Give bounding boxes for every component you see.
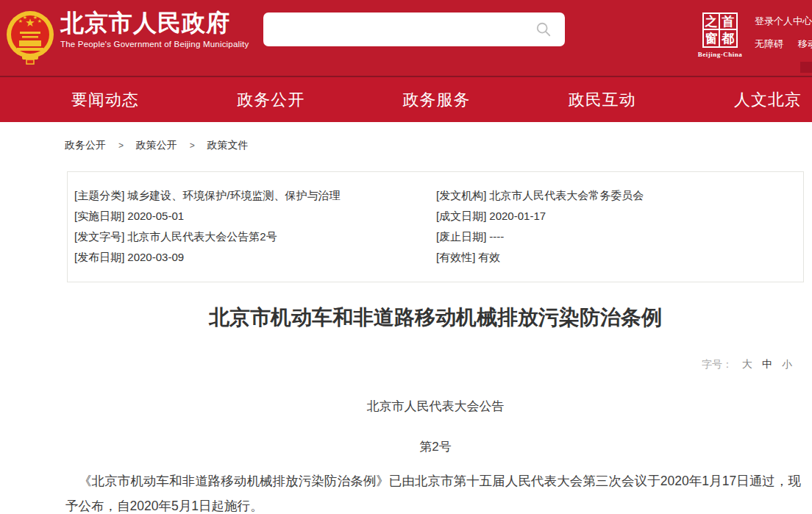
capital-window-char: 首 bbox=[720, 14, 736, 30]
meta-row-publish-date: [发布日期]2020-03-09 bbox=[74, 247, 436, 268]
main-nav-inner: 要闻动态 政务公开 政务服务 政民互动 人文北京 bbox=[71, 89, 802, 111]
nav-item-culture[interactable]: 人文北京 bbox=[734, 89, 802, 111]
announcement-title: 北京市人民代表大会公告 bbox=[67, 399, 804, 414]
meta-column-left: [主题分类]城乡建设、环境保护/环境监测、保护与治理 [实施日期]2020-05… bbox=[74, 185, 436, 282]
search-box bbox=[263, 13, 565, 46]
breadcrumb-item-policy-documents[interactable]: 政策文件 bbox=[207, 139, 249, 151]
meta-value: 2020-03-09 bbox=[127, 251, 184, 263]
accessibility-link[interactable]: 无障碍 bbox=[755, 38, 783, 51]
main-nav: 要闻动态 政务公开 政务服务 政民互动 人文北京 bbox=[0, 77, 812, 122]
meta-row-repeal-date: [废止日期]---- bbox=[436, 226, 803, 247]
font-size-medium-button[interactable]: 中 bbox=[762, 358, 772, 370]
svg-text:★: ★ bbox=[23, 15, 27, 20]
font-size-small-button[interactable]: 小 bbox=[782, 358, 792, 370]
document-paragraph: 《北京市机动车和非道路移动机械排放污染防治条例》已由北京市第十五届人民代表大会第… bbox=[65, 468, 801, 514]
breadcrumb-item-policy-disclosure[interactable]: 政策公开 bbox=[136, 139, 177, 151]
search-icon[interactable] bbox=[535, 21, 552, 38]
meta-value: 北京市人民代表大会公告第2号 bbox=[127, 230, 277, 243]
meta-label: [实施日期] bbox=[74, 210, 124, 222]
meta-row-issuing-agency: [发文机构]北京市人民代表大会常务委员会 bbox=[436, 185, 803, 206]
document-meta-box: [主题分类]城乡建设、环境保护/环境监测、保护与治理 [实施日期]2020-05… bbox=[67, 171, 804, 282]
meta-value: 2020-01-17 bbox=[489, 210, 546, 222]
document-title: 北京市机动车和非道路移动机械排放污染防治条例 bbox=[67, 305, 804, 330]
meta-row-validity: [有效性]有效 bbox=[436, 247, 803, 268]
nav-item-gov-affairs[interactable]: 政务公开 bbox=[237, 89, 304, 111]
meta-value: 有效 bbox=[478, 251, 500, 263]
meta-label: [主题分类] bbox=[74, 189, 124, 201]
site-header: ★ ★ ★ ★ ★ 北京市人民政府 The People's Governmen… bbox=[0, 0, 812, 76]
capital-window-char: 之 bbox=[704, 14, 720, 30]
capital-window-char: 窗 bbox=[704, 30, 720, 46]
breadcrumb: 政务公开 > 政策公开 > 政策文件 bbox=[65, 139, 812, 151]
announcement-number: 第2号 bbox=[67, 440, 804, 454]
site-name: 北京市人民政府 bbox=[60, 10, 249, 36]
nav-item-interaction[interactable]: 政民互动 bbox=[569, 89, 636, 111]
nav-item-news[interactable]: 要闻动态 bbox=[71, 89, 139, 111]
site-name-english: The People's Government of Beijing Munic… bbox=[60, 40, 249, 49]
font-size-label: 字号： bbox=[702, 358, 733, 370]
meta-value: 北京市人民代表大会常务委员会 bbox=[489, 189, 644, 201]
site-title-block: 北京市人民政府 The People's Government of Beiji… bbox=[60, 10, 249, 49]
capital-window-caption: Beijing-China bbox=[696, 51, 744, 58]
meta-row-topic-category: [主题分类]城乡建设、环境保护/环境监测、保护与治理 bbox=[74, 185, 436, 206]
meta-row-document-number: [发文字号]北京市人民代表大会公告第2号 bbox=[74, 226, 436, 247]
meta-value: 2020-05-01 bbox=[127, 210, 184, 222]
breadcrumb-item-gov-affairs[interactable]: 政务公开 bbox=[65, 139, 106, 151]
font-size-large-button[interactable]: 大 bbox=[742, 358, 752, 370]
meta-row-effective-date: [实施日期]2020-05-01 bbox=[74, 206, 436, 226]
meta-value: 城乡建设、环境保护/环境监测、保护与治理 bbox=[127, 189, 340, 201]
meta-row-signed-date: [成文日期]2020-01-17 bbox=[436, 206, 803, 226]
meta-label: [发文字号] bbox=[74, 230, 124, 243]
search-input[interactable] bbox=[263, 23, 535, 36]
article-content: 北京市机动车和非道路移动机械排放污染防治条例 字号：大中小 北京市人民代表大会公… bbox=[67, 305, 804, 454]
meta-value: ---- bbox=[489, 230, 504, 243]
meta-label: [废止日期] bbox=[436, 230, 486, 243]
meta-label: [发文机构] bbox=[436, 189, 486, 201]
login-personal-center-link[interactable]: 登录个人中心 bbox=[755, 15, 812, 28]
capital-window-grid: 之 首 窗 都 bbox=[702, 13, 738, 48]
mobile-version-link[interactable]: 移动版 bbox=[798, 38, 812, 51]
meta-label: [有效性] bbox=[436, 251, 475, 263]
breadcrumb-separator: > bbox=[190, 140, 195, 151]
capital-window-logo[interactable]: 之 首 窗 都 Beijing-China bbox=[696, 13, 744, 58]
national-emblem-icon[interactable]: ★ ★ ★ ★ ★ bbox=[6, 5, 54, 70]
breadcrumb-separator: > bbox=[118, 140, 124, 151]
meta-column-right: [发文机构]北京市人民代表大会常务委员会 [成文日期]2020-01-17 [废… bbox=[436, 185, 803, 282]
header-corner-decoration bbox=[800, 62, 812, 73]
capital-window-char: 都 bbox=[720, 30, 736, 46]
font-size-selector: 字号：大中小 bbox=[67, 359, 804, 370]
nav-item-gov-services[interactable]: 政务服务 bbox=[403, 89, 471, 111]
meta-label: [发布日期] bbox=[74, 251, 124, 263]
meta-label: [成文日期] bbox=[436, 210, 486, 222]
svg-text:★: ★ bbox=[38, 18, 42, 24]
